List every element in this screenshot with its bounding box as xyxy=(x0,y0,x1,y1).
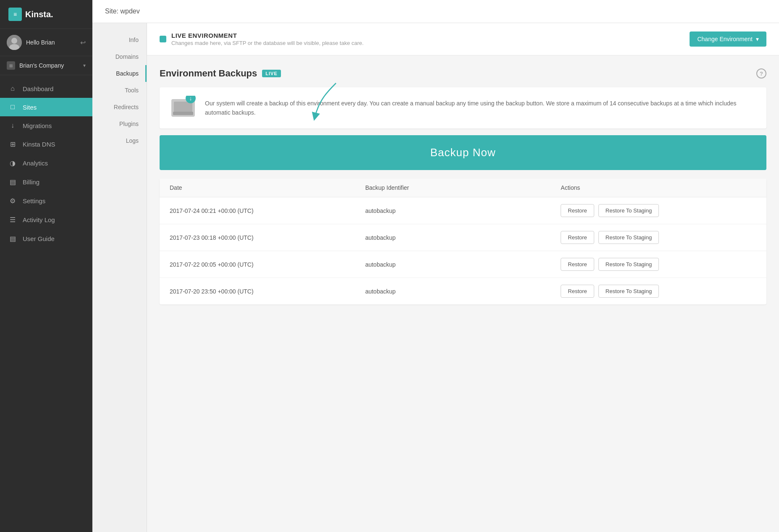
logo-text: Kinsta. xyxy=(25,10,53,19)
sites-icon: □ xyxy=(8,103,17,111)
backups-title-text: Environment Backups xyxy=(160,68,257,79)
column-header-actions: Actions xyxy=(561,184,756,191)
sidebar-item-analytics[interactable]: ◑ Analytics xyxy=(0,154,92,173)
content-area: Info Domains Backups Tools Redirects Plu… xyxy=(92,23,779,532)
site-title: Site: wpdev xyxy=(105,8,140,15)
table-header: Date Backup Identifier Actions xyxy=(160,178,766,197)
backup-identifier: autobackup xyxy=(365,207,561,214)
live-badge: LIVE xyxy=(262,70,281,77)
billing-icon: ▤ xyxy=(8,178,17,186)
backups-section: Environment Backups LIVE ? xyxy=(147,55,779,317)
user-name: Hello Brian xyxy=(26,39,76,46)
change-environment-button[interactable]: Change Environment ▾ xyxy=(690,31,766,47)
sub-nav: Info Domains Backups Tools Redirects Plu… xyxy=(92,23,147,532)
sidebar-item-kinsta-dns[interactable]: ⊞ Kinsta DNS xyxy=(0,135,92,154)
restore-to-staging-button[interactable]: Restore To Staging xyxy=(598,258,659,271)
backups-title: Environment Backups LIVE xyxy=(160,68,281,79)
backup-now-button[interactable]: Backup Now xyxy=(160,135,766,170)
restore-to-staging-button[interactable]: Restore To Staging xyxy=(598,285,659,298)
svg-text:↓: ↓ xyxy=(189,96,192,102)
environment-banner: LIVE ENVIRONMENT Changes made here, via … xyxy=(147,23,779,55)
sub-nav-item-backups[interactable]: Backups xyxy=(92,65,147,82)
company-selector[interactable]: ⊞ Brian's Company ▾ xyxy=(0,56,92,75)
sidebar-item-label: Settings xyxy=(23,197,45,204)
env-subtitle: Changes made here, via SFTP or the datab… xyxy=(171,40,364,46)
backup-identifier: autobackup xyxy=(365,261,561,268)
change-env-label: Change Environment xyxy=(697,36,753,42)
backups-table: Date Backup Identifier Actions 2017-07-2… xyxy=(160,178,766,304)
backup-identifier: autobackup xyxy=(365,234,561,241)
backup-date: 2017-07-23 00:18 +00:00 (UTC) xyxy=(170,234,365,241)
sub-nav-item-domains[interactable]: Domains xyxy=(92,48,147,65)
sidebar-item-label: User Guide xyxy=(23,235,55,242)
sidebar-item-migrations[interactable]: ↓ Migrations xyxy=(0,116,92,135)
help-icon[interactable]: ? xyxy=(756,68,766,79)
sidebar-item-label: Analytics xyxy=(23,160,48,167)
sidebar-item-dashboard[interactable]: ⌂ Dashboard xyxy=(0,79,92,98)
company-icon: ⊞ xyxy=(7,61,15,70)
sub-nav-item-plugins[interactable]: Plugins xyxy=(92,115,147,132)
sidebar-item-label: Sites xyxy=(23,104,37,111)
table-row: 2017-07-20 23:50 +00:00 (UTC) autobackup… xyxy=(160,278,766,304)
table-row: 2017-07-22 00:05 +00:00 (UTC) autobackup… xyxy=(160,251,766,278)
sidebar-item-label: Billing xyxy=(23,178,39,186)
restore-to-staging-button[interactable]: Restore To Staging xyxy=(598,231,659,244)
env-title-block: LIVE ENVIRONMENT Changes made here, via … xyxy=(171,32,364,46)
sidebar-nav: ⌂ Dashboard □ Sites ↓ Migrations ⊞ Kinst… xyxy=(0,75,92,532)
env-status-dot xyxy=(160,36,166,42)
sub-nav-item-info[interactable]: Info xyxy=(92,31,147,48)
restore-to-staging-button[interactable]: Restore To Staging xyxy=(598,204,659,217)
company-name: Brian's Company xyxy=(19,62,79,69)
env-title: LIVE ENVIRONMENT xyxy=(171,32,364,39)
backup-actions: Restore Restore To Staging xyxy=(561,204,756,217)
svg-rect-4 xyxy=(174,102,192,113)
main-content: Site: wpdev Info Domains Backups Tools R… xyxy=(92,0,779,532)
svg-point-1 xyxy=(11,38,17,44)
chevron-down-icon: ▾ xyxy=(756,36,759,42)
page-header: Site: wpdev xyxy=(92,0,779,23)
sidebar-item-sites[interactable]: □ Sites xyxy=(0,98,92,116)
backup-icon-wrapper: ↓ xyxy=(170,96,197,120)
backup-info-box: ↓ Our system will create a backup of thi… xyxy=(160,87,766,128)
restore-button[interactable]: Restore xyxy=(561,231,594,244)
backup-date: 2017-07-22 00:05 +00:00 (UTC) xyxy=(170,261,365,268)
sidebar-item-label: Activity Log xyxy=(23,216,55,223)
backups-header: Environment Backups LIVE ? xyxy=(160,68,766,79)
guide-icon: ▤ xyxy=(8,235,17,243)
sidebar-item-settings[interactable]: ⚙ Settings xyxy=(0,191,92,210)
analytics-icon: ◑ xyxy=(8,159,17,167)
svg-rect-5 xyxy=(173,112,193,115)
sidebar-item-activity-log[interactable]: ☰ Activity Log xyxy=(0,210,92,229)
logo: ≡ Kinsta. xyxy=(0,0,92,29)
sub-nav-item-redirects[interactable]: Redirects xyxy=(92,99,147,115)
restore-button[interactable]: Restore xyxy=(561,204,594,217)
home-icon: ⌂ xyxy=(8,85,17,92)
restore-button[interactable]: Restore xyxy=(561,258,594,271)
logout-icon[interactable]: ↩ xyxy=(80,39,86,47)
backup-identifier: autobackup xyxy=(365,288,561,295)
activity-icon: ☰ xyxy=(8,216,17,224)
sidebar-item-label: Migrations xyxy=(23,122,52,129)
sidebar-item-billing[interactable]: ▤ Billing xyxy=(0,173,92,191)
table-row: 2017-07-24 00:21 +00:00 (UTC) autobackup… xyxy=(160,197,766,224)
sub-nav-item-tools[interactable]: Tools xyxy=(92,82,147,99)
logo-icon: ≡ xyxy=(8,8,22,21)
user-profile[interactable]: Hello Brian ↩ xyxy=(0,29,92,56)
avatar xyxy=(7,35,22,50)
backup-info-text: Our system will create a backup of this … xyxy=(205,99,756,118)
sub-nav-item-logs[interactable]: Logs xyxy=(92,132,147,149)
column-header-identifier: Backup Identifier xyxy=(365,184,561,191)
backup-actions: Restore Restore To Staging xyxy=(561,258,756,271)
column-header-date: Date xyxy=(170,184,365,191)
backup-drive-icon: ↓ xyxy=(170,96,197,118)
page-content: LIVE ENVIRONMENT Changes made here, via … xyxy=(147,23,779,532)
sidebar-item-label: Kinsta DNS xyxy=(23,141,55,148)
backup-actions: Restore Restore To Staging xyxy=(561,231,756,244)
backup-date: 2017-07-20 23:50 +00:00 (UTC) xyxy=(170,288,365,295)
env-info: LIVE ENVIRONMENT Changes made here, via … xyxy=(160,32,364,46)
backup-date: 2017-07-24 00:21 +00:00 (UTC) xyxy=(170,207,365,214)
sidebar-item-user-guide[interactable]: ▤ User Guide xyxy=(0,229,92,248)
backup-actions: Restore Restore To Staging xyxy=(561,285,756,298)
restore-button[interactable]: Restore xyxy=(561,285,594,298)
table-row: 2017-07-23 00:18 +00:00 (UTC) autobackup… xyxy=(160,224,766,251)
